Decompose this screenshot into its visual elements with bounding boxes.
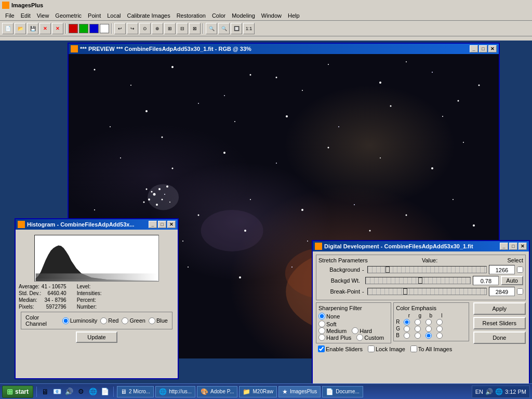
sharp-custom-radio[interactable] [356, 334, 363, 341]
radio-luminosity[interactable]: Luminosity [62, 317, 98, 324]
update-button[interactable]: Update [76, 331, 117, 343]
menu-edit[interactable]: Edit [18, 11, 34, 20]
toolbar-tool4[interactable]: ⊟ [177, 23, 188, 34]
sharp-hardplus-radio[interactable] [318, 334, 325, 341]
break-point-thumb[interactable] [403, 288, 407, 295]
preview-close-btn[interactable]: ✕ [488, 45, 497, 52]
sharp-custom[interactable]: Custom [356, 334, 384, 341]
taskbar-icon-4[interactable]: ⚙ [76, 387, 86, 397]
taskbar-task-6[interactable]: 📄 Docume... [322, 386, 363, 397]
break-point-value[interactable]: 2849 [489, 287, 515, 296]
radio-blue[interactable]: Blue [149, 317, 168, 324]
taskbar-task-5[interactable]: ★ ImagesPlus [278, 386, 321, 397]
menu-calibrate[interactable]: Calibrate Images [124, 11, 173, 20]
background-slider[interactable] [367, 266, 487, 273]
start-button[interactable]: ⊞ start [2, 385, 33, 398]
toolbar-save[interactable]: 💾 [27, 23, 38, 34]
background-value[interactable]: 1266 [489, 265, 515, 274]
ce-b-b[interactable] [425, 332, 432, 339]
histogram-minimize-btn[interactable]: _ [149, 221, 157, 228]
dd-maximize-btn[interactable]: □ [509, 243, 517, 250]
toolbar-zoom-fit[interactable]: 🔲 [231, 23, 242, 34]
sharp-hard-plus[interactable]: Hard Plus [318, 334, 351, 341]
backgd-wt-slider[interactable] [365, 277, 471, 284]
taskbar-icon-1[interactable]: 🖥 [40, 387, 50, 397]
menu-view[interactable]: View [34, 11, 52, 20]
sharp-none[interactable]: None [318, 313, 389, 320]
ce-g-l[interactable] [436, 326, 443, 332]
taskbar-icon-6[interactable]: 📄 [100, 387, 110, 397]
menu-geometric[interactable]: Geometric [52, 11, 85, 20]
enable-sliders-input[interactable] [318, 345, 325, 352]
apply-button[interactable]: Apply [473, 302, 526, 315]
sharp-none-radio[interactable] [318, 313, 325, 320]
reset-sliders-button[interactable]: Reset Sliders [473, 317, 526, 329]
done-button[interactable]: Done [473, 331, 526, 344]
ce-g-r[interactable] [404, 326, 410, 332]
ce-r-r[interactable] [404, 319, 410, 325]
sharp-hard-radio[interactable] [352, 327, 358, 334]
background-thumb[interactable] [385, 267, 390, 273]
menu-point[interactable]: Point [85, 11, 104, 20]
lock-image-check[interactable]: Lock Image [368, 345, 405, 352]
break-point-slider[interactable] [367, 288, 487, 295]
toolbar-new[interactable]: 📄 [2, 23, 14, 34]
preview-maximize-btn[interactable]: □ [479, 45, 487, 52]
menu-local[interactable]: Local [104, 11, 124, 20]
toolbar-tool5[interactable]: ⊠ [189, 23, 201, 34]
enable-sliders-check[interactable]: Enable Sliders [318, 345, 363, 352]
radio-red-input[interactable] [100, 317, 107, 324]
ce-b-g[interactable] [415, 332, 421, 339]
to-all-images-input[interactable] [410, 345, 417, 352]
dd-close-btn[interactable]: ✕ [518, 243, 527, 250]
taskbar-icon-2[interactable]: 📧 [52, 387, 62, 397]
toolbar-tool2[interactable]: ⊕ [152, 23, 163, 34]
toolbar-red[interactable] [69, 24, 78, 33]
toolbar-tool3[interactable]: ⊞ [164, 23, 176, 34]
taskbar-task-2[interactable]: 🌐 http://us... [155, 386, 195, 397]
toolbar-open[interactable]: 📂 [15, 23, 26, 34]
toolbar-white[interactable] [100, 24, 109, 33]
taskbar-icon-3[interactable]: 🔊 [64, 387, 74, 397]
histogram-close-btn[interactable]: ✕ [167, 221, 176, 228]
ce-g-b[interactable] [425, 326, 432, 332]
toolbar-undo[interactable]: ↩ [114, 23, 126, 34]
taskbar-task-3[interactable]: 🎨 Adobe P... [197, 386, 237, 397]
toolbar-zoom-in[interactable]: 🔍 [206, 23, 217, 34]
lock-image-input[interactable] [368, 345, 375, 352]
backgd-wt-value[interactable]: 0.78 [473, 276, 499, 285]
toolbar-green[interactable] [79, 24, 88, 33]
background-select-check[interactable] [517, 267, 523, 273]
radio-blue-input[interactable] [149, 317, 155, 324]
ce-r-b[interactable] [425, 319, 432, 325]
ce-r-g[interactable] [415, 319, 421, 325]
toolbar-zoom-out[interactable]: 🔍 [218, 23, 230, 34]
break-point-select-check[interactable] [517, 288, 523, 295]
dd-minimize-btn[interactable]: _ [500, 243, 508, 250]
toolbar-close2[interactable]: ✕ [52, 23, 63, 34]
toolbar-blue[interactable] [89, 24, 99, 33]
sharp-hard[interactable]: Hard [352, 327, 372, 334]
ce-g-g[interactable] [415, 326, 421, 332]
sharp-medium-radio[interactable] [318, 327, 325, 334]
taskbar-icon-5[interactable]: 🌐 [88, 387, 98, 397]
ce-b-l[interactable] [436, 332, 443, 339]
toolbar-close-x[interactable]: ✕ [39, 23, 51, 34]
toolbar-redo[interactable]: ↪ [127, 23, 138, 34]
histogram-maximize-btn[interactable]: □ [158, 221, 166, 228]
sharp-soft[interactable]: Soft [318, 321, 389, 327]
taskbar-task-1[interactable]: 🖥 2 Micro... [117, 386, 154, 397]
sharp-medium[interactable]: Medium [318, 327, 347, 334]
auto-button[interactable]: Auto [501, 276, 523, 285]
radio-red[interactable]: Red [100, 317, 118, 324]
taskbar-task-4[interactable]: 📁 M20Raw [239, 386, 276, 397]
toolbar-tool1[interactable]: ⊙ [139, 23, 151, 34]
radio-green-input[interactable] [122, 317, 128, 324]
menu-modeling[interactable]: Modeling [229, 11, 258, 20]
sharp-soft-radio[interactable] [318, 321, 325, 327]
toolbar-zoom-100[interactable]: 1:1 [243, 23, 255, 34]
backgd-wt-thumb[interactable] [418, 277, 422, 284]
menu-file[interactable]: File [2, 11, 18, 20]
menu-color[interactable]: Color [209, 11, 229, 20]
ce-b-r[interactable] [404, 332, 410, 339]
